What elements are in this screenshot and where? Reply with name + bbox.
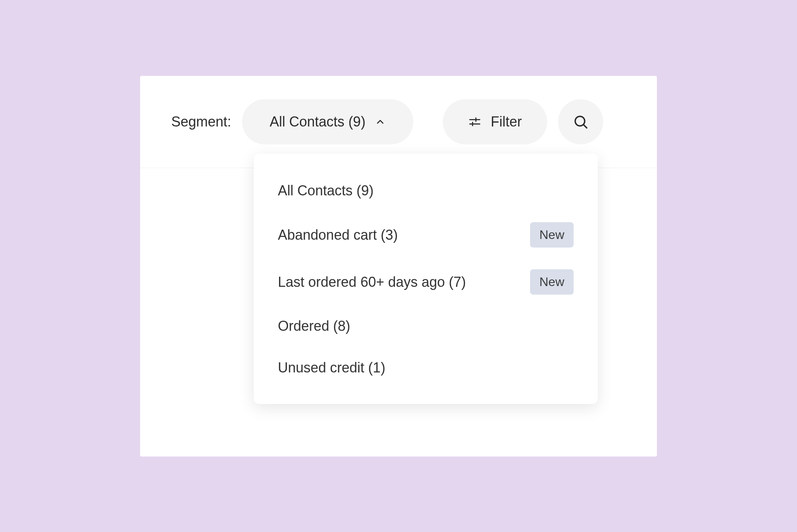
sliders-icon	[468, 115, 481, 128]
segment-option-label: All Contacts (9)	[278, 181, 374, 200]
new-badge: New	[530, 222, 574, 248]
segment-label: Segment:	[171, 114, 231, 130]
panel-card: Segment: All Contacts (9) Filter	[140, 76, 657, 457]
new-badge: New	[530, 269, 574, 295]
filter-button-label: Filter	[491, 114, 522, 130]
segment-option-label: Ordered (8)	[278, 316, 350, 336]
search-button[interactable]	[558, 99, 603, 144]
segment-option-unused-credit[interactable]: Unused credit (1)	[254, 347, 598, 388]
segment-dropdown-trigger[interactable]: All Contacts (9)	[242, 99, 413, 144]
filter-button[interactable]: Filter	[443, 99, 547, 144]
svg-line-5	[583, 125, 587, 128]
segment-option-label: Unused credit (1)	[278, 358, 385, 377]
segment-option-all-contacts[interactable]: All Contacts (9)	[254, 170, 598, 211]
segment-option-last-ordered[interactable]: Last ordered 60+ days ago (7) New	[254, 258, 598, 306]
segment-option-abandoned-cart[interactable]: Abandoned cart (3) New	[254, 211, 598, 258]
segment-dropdown-menu: All Contacts (9) Abandoned cart (3) New …	[254, 154, 598, 404]
segment-selected-text: All Contacts (9)	[270, 114, 365, 130]
segment-option-label: Abandoned cart (3)	[278, 225, 398, 245]
chevron-up-icon	[375, 116, 386, 127]
search-icon	[572, 114, 589, 130]
segment-option-ordered[interactable]: Ordered (8)	[254, 306, 598, 347]
segment-option-label: Last ordered 60+ days ago (7)	[278, 272, 466, 292]
